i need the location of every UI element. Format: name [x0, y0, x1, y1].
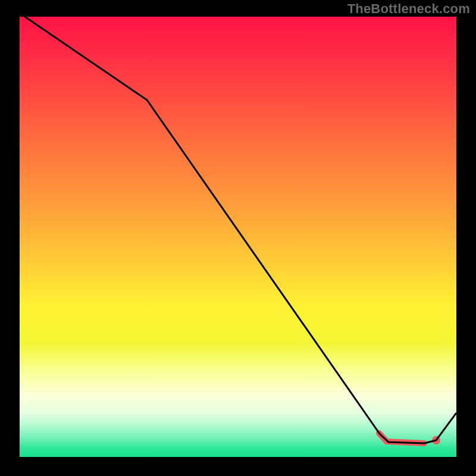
chart-svg — [20, 17, 456, 457]
bottleneck-curve-line — [20, 17, 456, 443]
watermark-text: TheBottleneck.com — [347, 1, 470, 17]
chart-frame: TheBottleneck.com — [0, 0, 476, 476]
plot-area — [20, 17, 456, 457]
